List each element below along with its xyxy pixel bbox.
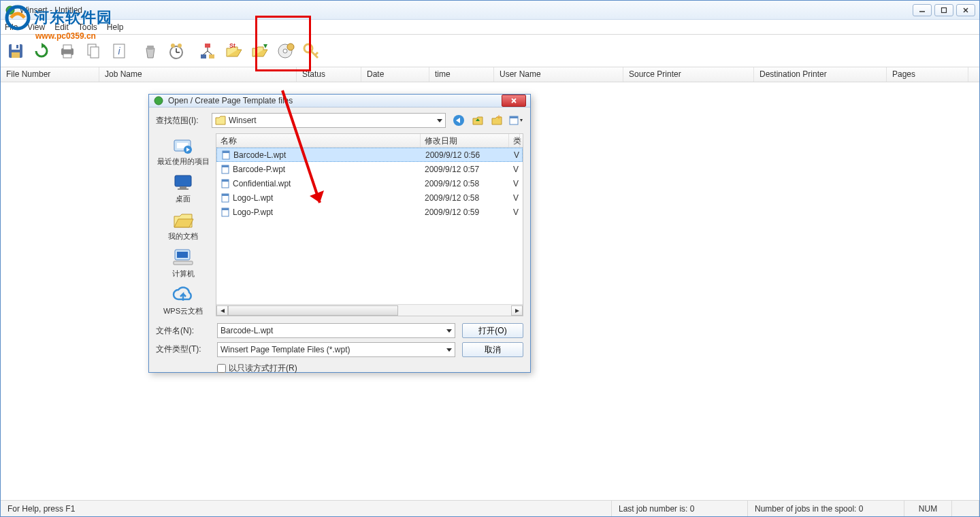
- horizontal-scrollbar[interactable]: ◂▸: [216, 304, 523, 316]
- save-icon[interactable]: [3, 37, 28, 65]
- new-folder-icon[interactable]: [489, 113, 504, 128]
- status-last-job: Last job number is: 0: [612, 501, 748, 516]
- file-type-icon: [221, 150, 231, 160]
- file-row[interactable]: Confidential.wpt2009/9/12 0:58V: [216, 176, 523, 190]
- menu-view[interactable]: View: [27, 22, 45, 32]
- file-name: Logo-P.wpt: [233, 207, 273, 217]
- svg-line-37: [315, 52, 318, 55]
- svg-point-21: [178, 44, 182, 48]
- file-row[interactable]: Barcode-L.wpt2009/9/12 0:56V: [216, 148, 523, 162]
- svg-rect-26: [209, 54, 214, 59]
- svg-point-0: [6, 6, 14, 14]
- filetype-combo[interactable]: Winsert Page Template Files (*.wpt): [217, 342, 455, 357]
- file-type-icon: [220, 165, 230, 174]
- file-type-icon: [220, 179, 230, 188]
- svg-rect-7: [12, 52, 20, 58]
- back-icon[interactable]: [451, 113, 466, 128]
- menu-help[interactable]: Help: [107, 22, 124, 32]
- status-num: NUM: [904, 501, 952, 516]
- file-panel: 名称 修改日期 类 Barcode-L.wpt2009/9/12 0:56VBa…: [216, 133, 523, 316]
- place-desktop-label: 桌面: [176, 194, 191, 204]
- documents-icon[interactable]: [81, 37, 105, 65]
- svg-rect-56: [178, 188, 189, 190]
- svg-rect-59: [174, 261, 193, 265]
- place-computer-label: 计算机: [172, 269, 195, 279]
- place-wpscloud[interactable]: WPS云文档: [163, 284, 203, 316]
- menu-file[interactable]: File: [5, 22, 18, 32]
- place-wpscloud-label: WPS云文档: [163, 306, 203, 316]
- window-title: Winsert - Untitled: [20, 5, 913, 15]
- file-col-name[interactable]: 名称: [216, 134, 421, 147]
- svg-point-33: [283, 49, 287, 53]
- file-list[interactable]: Barcode-L.wpt2009/9/12 0:56VBarcode-P.wp…: [216, 148, 523, 304]
- place-mydocs-label: 我的文档: [168, 231, 198, 241]
- refresh-icon[interactable]: [29, 37, 54, 65]
- svg-point-34: [287, 44, 294, 50]
- info-icon[interactable]: i: [107, 37, 131, 65]
- cancel-button[interactable]: 取消: [462, 342, 523, 357]
- dialog-titlebar: Open / Create Page Template files: [149, 95, 530, 107]
- close-button[interactable]: [956, 4, 975, 16]
- place-recent[interactable]: 最近使用的项目: [157, 135, 210, 167]
- svg-point-39: [154, 97, 163, 105]
- svg-rect-14: [91, 47, 99, 58]
- minimize-button[interactable]: [913, 4, 932, 16]
- status-num-jobs: Number of jobs in the spool: 0: [748, 501, 904, 516]
- open-stamp-icon[interactable]: St: [221, 37, 246, 65]
- flowchart-icon[interactable]: [195, 37, 220, 65]
- cd-settings-icon[interactable]: [273, 37, 297, 65]
- file-row[interactable]: Barcode-P.wpt2009/9/12 0:57V: [216, 162, 523, 176]
- up-folder-icon[interactable]: [470, 113, 485, 128]
- svg-text:St: St: [229, 42, 235, 49]
- col-user-name[interactable]: User Name: [494, 67, 623, 82]
- print-icon[interactable]: [55, 37, 80, 65]
- svg-rect-25: [201, 54, 206, 59]
- place-mydocs[interactable]: 我的文档: [168, 210, 198, 241]
- file-col-type[interactable]: 类: [509, 134, 520, 147]
- svg-rect-18: [147, 46, 154, 48]
- place-desktop[interactable]: 桌面: [172, 172, 195, 204]
- dialog-close-button[interactable]: [502, 95, 526, 107]
- col-source-printer[interactable]: Source Printer: [623, 67, 754, 82]
- file-date: 2009/9/12 0:59: [425, 207, 479, 217]
- maximize-button[interactable]: [934, 4, 953, 16]
- readonly-checkbox[interactable]: [217, 364, 226, 373]
- delete-icon[interactable]: [138, 37, 163, 65]
- menu-tools[interactable]: Tools: [78, 22, 97, 32]
- col-file-number[interactable]: File Number: [1, 67, 99, 82]
- file-list-header: 名称 修改日期 类: [216, 134, 523, 148]
- place-recent-label: 最近使用的项目: [157, 156, 210, 167]
- readonly-label: 以只读方式打开(R): [229, 363, 297, 374]
- col-time[interactable]: time: [429, 67, 494, 82]
- lookin-value: Winsert: [229, 116, 434, 125]
- svg-rect-58: [177, 252, 188, 258]
- col-status[interactable]: Status: [297, 67, 361, 82]
- col-job-name[interactable]: Job Name: [99, 67, 297, 82]
- svg-rect-69: [222, 208, 229, 210]
- file-date: 2009/9/12 0:58: [425, 193, 479, 203]
- statusbar: For Help, press F1 Last job number is: 0…: [1, 500, 979, 516]
- key-icon[interactable]: [299, 37, 323, 65]
- view-menu-icon[interactable]: [508, 113, 523, 128]
- filetype-label: 文件类型(T):: [156, 344, 210, 355]
- dialog-body: 查找范围(I): Winsert 最近使用的项目: [149, 107, 530, 381]
- open-template-icon[interactable]: [247, 37, 272, 65]
- lookin-combo[interactable]: Winsert: [212, 113, 446, 128]
- clock-icon[interactable]: [164, 37, 189, 65]
- col-date[interactable]: Date: [361, 67, 429, 82]
- place-computer[interactable]: 计算机: [172, 247, 195, 279]
- filename-combo[interactable]: Barcode-L.wpt: [217, 323, 455, 338]
- svg-rect-8: [16, 45, 18, 48]
- dialog-main: 最近使用的项目 桌面 我的文档 计算机 WPS云文档: [156, 133, 523, 316]
- col-destination-printer[interactable]: Destination Printer: [754, 67, 887, 82]
- app-icon: [5, 5, 16, 16]
- col-pages[interactable]: Pages: [887, 67, 968, 82]
- file-row[interactable]: Logo-P.wpt2009/9/12 0:59V: [216, 205, 523, 219]
- svg-rect-6: [12, 44, 20, 50]
- file-col-date[interactable]: 修改日期: [421, 134, 509, 147]
- file-row[interactable]: Logo-L.wpt2009/9/12 0:58V: [216, 190, 523, 205]
- filename-value: Barcode-L.wpt: [220, 326, 273, 335]
- open-button[interactable]: 打开(O): [462, 323, 523, 338]
- svg-rect-54: [175, 176, 191, 186]
- menu-edit[interactable]: Edit: [54, 22, 69, 32]
